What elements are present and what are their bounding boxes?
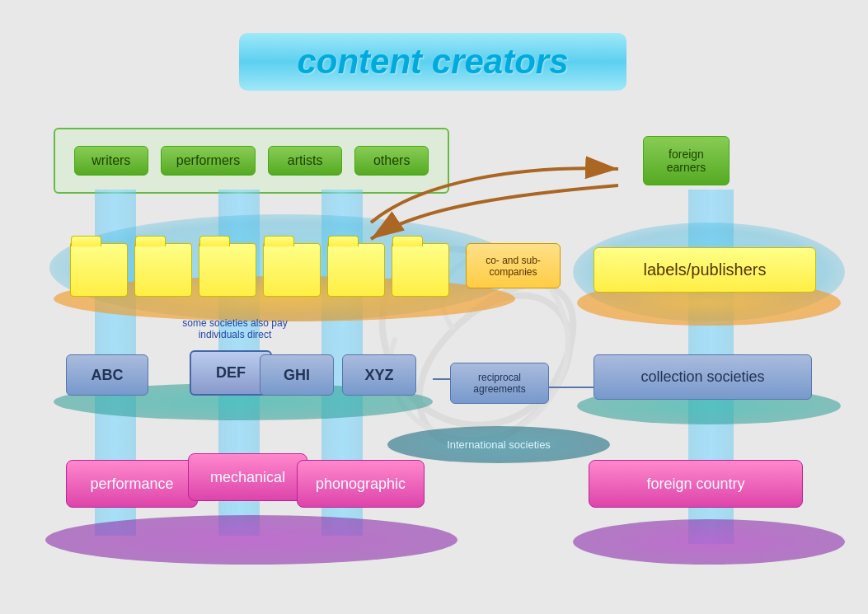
folder-1 (70, 243, 128, 297)
international-societies-ellipse: International societies (387, 426, 610, 463)
societies-note: some societies also pay individuals dire… (173, 317, 297, 340)
title-box: content creators (239, 33, 626, 91)
folder-2 (134, 243, 192, 297)
abc-label: ABC (91, 367, 124, 384)
phonographic-label: phonographic (316, 476, 406, 493)
xyz-label: XYZ (364, 367, 393, 384)
reciprocal-box: reciprocalagreements (450, 363, 549, 404)
abc-box: ABC (66, 354, 148, 396)
folder-3 (199, 243, 256, 297)
writers-btn[interactable]: writers (74, 146, 148, 176)
def-label: DEF (216, 364, 246, 382)
collection-societies-label: collection societies (640, 368, 764, 386)
foreign-country-box: foreign country (589, 460, 803, 508)
performance-label: performance (90, 476, 173, 493)
purple-ellipse-right (573, 519, 845, 565)
international-societies-label: International societies (447, 438, 551, 451)
collection-societies-box: collection societies (594, 354, 812, 400)
ghi-label: GHI (284, 367, 310, 384)
mechanical-box: mechanical (188, 453, 307, 501)
mechanical-label: mechanical (210, 469, 285, 486)
title-text: content creators (297, 42, 568, 82)
brown-arrows-svg (305, 132, 717, 297)
foreign-country-label: foreign country (646, 476, 744, 493)
reciprocal-label: reciprocalagreements (473, 372, 525, 395)
xyz-box: XYZ (342, 354, 416, 396)
ghi-box: GHI (260, 354, 334, 396)
performance-box: performance (66, 460, 198, 508)
performers-btn[interactable]: performers (161, 146, 256, 176)
purple-ellipse-left (45, 515, 457, 565)
phonographic-box: phonographic (297, 460, 425, 508)
